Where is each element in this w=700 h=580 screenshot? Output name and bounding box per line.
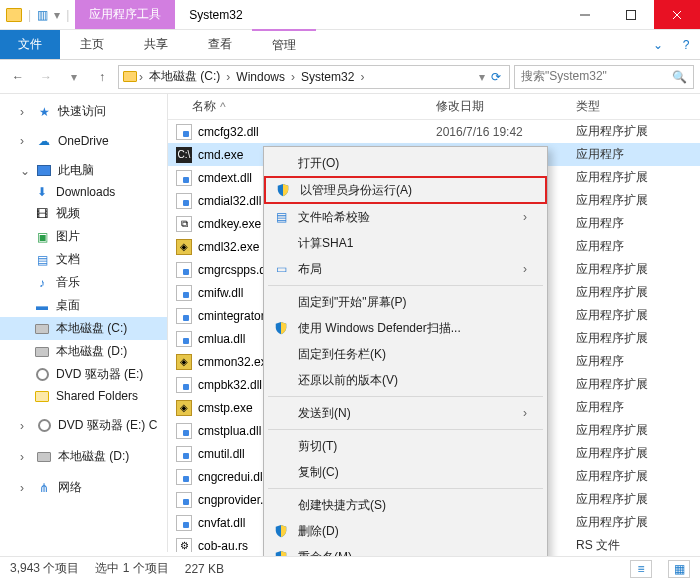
help-icon[interactable]: ? [672, 30, 700, 59]
home-tab[interactable]: 主页 [60, 30, 124, 59]
menu-item[interactable]: 计算SHA1 [264, 230, 547, 256]
nav-dvd-e[interactable]: DVD 驱动器 (E:) [0, 363, 167, 386]
refresh-icon[interactable]: ⟳ [487, 70, 505, 84]
nav-videos[interactable]: 🎞视频 [0, 202, 167, 225]
details-view-button[interactable]: ≡ [630, 560, 652, 578]
file-name: cmutil.dll [198, 447, 245, 461]
manage-tab[interactable]: 管理 [252, 29, 316, 59]
menu-item[interactable]: 固定到任务栏(K) [264, 341, 547, 367]
menu-item[interactable]: 删除(D) [264, 518, 547, 544]
nav-label: 网络 [58, 479, 82, 496]
nav-shared[interactable]: Shared Folders [0, 386, 167, 406]
file-type: 应用程序扩展 [568, 468, 700, 485]
status-count: 3,943 个项目 [10, 560, 79, 577]
file-type: 应用程序扩展 [568, 261, 700, 278]
dll-icon [176, 469, 192, 485]
menu-item[interactable]: ▤文件哈希校验› [264, 204, 547, 230]
breadcrumb-windows[interactable]: Windows [232, 70, 289, 84]
column-headers[interactable]: 名称^ 修改日期 类型 [168, 94, 700, 120]
col-type[interactable]: 类型 [568, 94, 700, 119]
nav-drive-d[interactable]: 本地磁盘 (D:) [0, 340, 167, 363]
nav-pane[interactable]: ›★快速访问 ›☁OneDrive ⌄此电脑 ⬇Downloads 🎞视频 ▣图… [0, 94, 168, 552]
maximize-button[interactable] [608, 0, 654, 29]
status-bar: 3,943 个项目 选中 1 个项目 227 KB ≡ ▦ [0, 556, 700, 580]
icons-view-button[interactable]: ▦ [668, 560, 690, 578]
table-row[interactable]: cmcfg32.dll2016/7/16 19:42应用程序扩展 [168, 120, 700, 143]
up-button[interactable]: ↑ [90, 65, 114, 89]
forward-button[interactable]: → [34, 65, 58, 89]
nav-documents[interactable]: ▤文档 [0, 248, 167, 271]
nav-desktop[interactable]: ▬桌面 [0, 294, 167, 317]
nav-label: 本地磁盘 (C:) [56, 320, 127, 337]
search-input[interactable]: 搜索"System32" 🔍 [514, 65, 694, 89]
chevron-right-icon: › [523, 210, 527, 224]
menu-item-label: 创建快捷方式(S) [298, 497, 386, 514]
exe-icon: ◈ [176, 354, 192, 370]
menu-item[interactable]: 打开(O) [264, 150, 547, 176]
addr-dropdown-icon[interactable]: ▾ [479, 70, 485, 84]
qat-sep2: | [66, 8, 69, 22]
nav-music[interactable]: ♪音乐 [0, 271, 167, 294]
recent-dropdown-icon[interactable]: ▾ [62, 65, 86, 89]
exe-icon: ◈ [176, 400, 192, 416]
chevron-right-icon: › [523, 406, 527, 420]
chevron-right-icon[interactable]: › [291, 70, 295, 84]
menu-item-label: 固定到"开始"屏幕(P) [298, 294, 407, 311]
file-type: 应用程序扩展 [568, 330, 700, 347]
col-date[interactable]: 修改日期 [428, 94, 568, 119]
drive-icon [34, 322, 50, 336]
menu-separator [268, 396, 543, 397]
menu-item[interactable]: 创建快捷方式(S) [264, 492, 547, 518]
chevron-right-icon[interactable]: › [226, 70, 230, 84]
view-tab[interactable]: 查看 [188, 30, 252, 59]
nav-label: 快速访问 [58, 103, 106, 120]
close-button[interactable] [654, 0, 700, 29]
chevron-right-icon[interactable]: › [139, 70, 143, 84]
menu-item[interactable]: 复制(C) [264, 459, 547, 485]
file-name: cmifw.dll [198, 286, 243, 300]
menu-item-label: 使用 Windows Defender扫描... [298, 320, 461, 337]
menu-item-label: 还原以前的版本(V) [298, 372, 398, 389]
shield-icon [272, 321, 290, 335]
nav-label: 本地磁盘 (D:) [56, 343, 127, 360]
breadcrumb-c[interactable]: 本地磁盘 (C:) [145, 68, 224, 85]
menu-item-label: 以管理员身份运行(A) [300, 182, 412, 199]
nav-this-pc[interactable]: ⌄此电脑 [0, 159, 167, 182]
file-tab[interactable]: 文件 [0, 30, 60, 59]
back-button[interactable]: ← [6, 65, 30, 89]
exe-icon: C:\ [176, 147, 192, 163]
menu-item[interactable]: 剪切(T) [264, 433, 547, 459]
nav-drive-c[interactable]: 本地磁盘 (C:) [0, 317, 167, 340]
menu-item[interactable]: ▭布局› [264, 256, 547, 282]
dll-icon [176, 331, 192, 347]
menu-item[interactable]: 使用 Windows Defender扫描... [264, 315, 547, 341]
file-type: 应用程序 [568, 399, 700, 416]
nav-quick-access[interactable]: ›★快速访问 [0, 100, 167, 123]
nav-label: 图片 [56, 228, 80, 245]
nav-downloads[interactable]: ⬇Downloads [0, 182, 167, 202]
menu-item[interactable]: 固定到"开始"屏幕(P) [264, 289, 547, 315]
ribbon-expand-icon[interactable]: ⌄ [644, 30, 672, 59]
address-bar[interactable]: › 本地磁盘 (C:) › Windows › System32 › ▾ ⟳ [118, 65, 510, 89]
breadcrumb-system32[interactable]: System32 [297, 70, 358, 84]
file-type: 应用程序 [568, 215, 700, 232]
nav-dvd-e2[interactable]: ›DVD 驱动器 (E:) C [0, 414, 167, 437]
file-type: 应用程序扩展 [568, 422, 700, 439]
file-name: cmgrcspps.dll [198, 263, 271, 277]
nav-onedrive[interactable]: ›☁OneDrive [0, 131, 167, 151]
menu-item[interactable]: 以管理员身份运行(A) [264, 176, 547, 204]
nav-network[interactable]: ›⋔网络 [0, 476, 167, 499]
drive-icon [36, 450, 52, 464]
nav-pictures[interactable]: ▣图片 [0, 225, 167, 248]
minimize-button[interactable] [562, 0, 608, 29]
file-type: 应用程序 [568, 353, 700, 370]
menu-item[interactable]: 发送到(N)› [264, 400, 547, 426]
share-tab[interactable]: 共享 [124, 30, 188, 59]
qat-dropdown-icon[interactable]: ▾ [54, 8, 60, 22]
menu-item[interactable]: 还原以前的版本(V) [264, 367, 547, 393]
chevron-right-icon[interactable]: › [360, 70, 364, 84]
col-name[interactable]: 名称^ [168, 94, 428, 119]
qat-icon[interactable]: ▥ [37, 8, 48, 22]
file-type: 应用程序扩展 [568, 376, 700, 393]
nav-drive-d2[interactable]: ›本地磁盘 (D:) [0, 445, 167, 468]
